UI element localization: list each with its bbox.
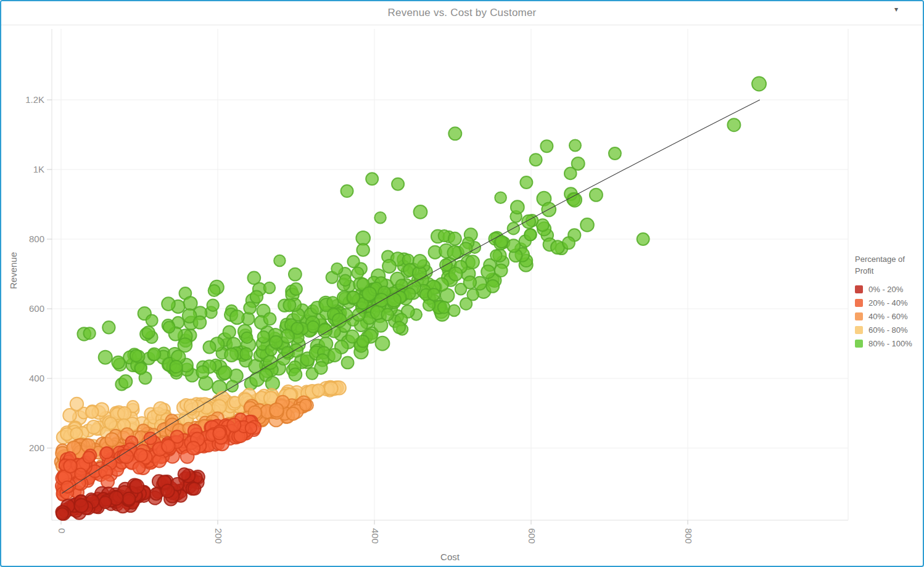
scatter-point[interactable] [366, 173, 378, 185]
scatter-point[interactable] [352, 267, 363, 279]
scatter-point[interactable] [184, 399, 198, 413]
scatter-point[interactable] [382, 259, 396, 273]
scatter-point[interactable] [392, 178, 404, 190]
scatter-point[interactable] [357, 243, 369, 256]
scatter-point[interactable] [332, 313, 347, 327]
scatter-point[interactable] [580, 218, 594, 232]
scatter-point[interactable] [123, 492, 136, 505]
scatter-point[interactable] [213, 427, 225, 439]
scatter-point[interactable] [162, 297, 175, 311]
scatter-point[interactable] [752, 77, 766, 91]
scatter-point[interactable] [567, 193, 582, 207]
scatter-point[interactable] [154, 402, 167, 415]
scatter-point[interactable] [75, 499, 88, 512]
chevron-down-icon[interactable]: ▾ [894, 6, 898, 13]
scatter-point[interactable] [357, 335, 369, 348]
scatter-point[interactable] [244, 302, 256, 314]
scatter-point[interactable] [307, 321, 319, 333]
scatter-point[interactable] [105, 433, 119, 446]
scatter-point[interactable] [101, 447, 112, 459]
scatter-point[interactable] [258, 331, 270, 343]
scatter-point[interactable] [522, 215, 535, 229]
scatter-point[interactable] [374, 212, 386, 224]
scatter-point[interactable] [264, 282, 276, 294]
scatter-point[interactable] [225, 348, 238, 362]
scatter-point[interactable] [312, 384, 324, 396]
scatter-point[interactable] [170, 361, 182, 373]
scatter-point[interactable] [381, 308, 394, 320]
scatter-point[interactable] [218, 366, 232, 380]
scatter-point[interactable] [609, 147, 621, 160]
scatter-point[interactable] [481, 265, 495, 279]
scatter-point[interactable] [274, 255, 285, 266]
scatter-point[interactable] [464, 276, 476, 288]
scatter-point[interactable] [289, 368, 302, 381]
scatter-point[interactable] [347, 256, 359, 267]
scatter-point[interactable] [342, 356, 354, 369]
scatter-point[interactable] [590, 189, 603, 202]
scatter-point[interactable] [194, 316, 207, 329]
scatter-point[interactable] [290, 283, 302, 295]
scatter-point[interactable] [264, 312, 276, 325]
scatter-point[interactable] [540, 140, 553, 152]
scatter-point[interactable] [347, 292, 360, 304]
scatter-point[interactable] [413, 255, 427, 268]
scatter-point[interactable] [448, 127, 461, 140]
scatter-point[interactable] [161, 484, 175, 498]
scatter-point[interactable] [187, 441, 200, 455]
scatter-point[interactable] [507, 239, 520, 252]
scatter-point[interactable] [291, 322, 303, 334]
scatter-point[interactable] [520, 176, 532, 189]
scatter-point[interactable] [331, 263, 342, 274]
scatter-point[interactable] [427, 288, 440, 301]
scatter-point[interactable] [208, 285, 220, 296]
legend-item[interactable]: 80% - 100% [855, 337, 923, 350]
scatter-point[interactable] [70, 398, 83, 410]
scatter-point[interactable] [130, 479, 144, 494]
legend-item[interactable]: 0% - 20% [855, 282, 923, 296]
scatter-point[interactable] [146, 314, 158, 326]
scatter-point[interactable] [134, 449, 147, 462]
scatter-point[interactable] [188, 483, 200, 495]
scatter-point[interactable] [289, 268, 302, 281]
scatter-point[interactable] [524, 229, 536, 240]
scatter-point[interactable] [84, 327, 96, 339]
scatter-point[interactable] [105, 417, 117, 430]
scatter-point[interactable] [133, 462, 145, 474]
scatter-point[interactable] [466, 255, 479, 269]
scatter-point[interactable] [328, 348, 342, 362]
scatter-point[interactable] [86, 406, 99, 418]
scatter-point[interactable] [207, 300, 218, 311]
scatter-point[interactable] [99, 496, 112, 508]
scatter-point[interactable] [119, 375, 132, 388]
scatter-point[interactable] [315, 362, 328, 375]
scatter-point[interactable] [352, 309, 365, 321]
legend-item[interactable]: 20% - 40% [855, 296, 923, 309]
scatter-point[interactable] [245, 422, 257, 434]
scatter-point[interactable] [727, 118, 740, 131]
scatter-point[interactable] [300, 399, 311, 411]
scatter-point[interactable] [414, 205, 427, 219]
scatter-point[interactable] [247, 272, 260, 285]
scatter-point[interactable] [162, 439, 175, 452]
scatter-point[interactable] [70, 428, 82, 439]
scatter-point[interactable] [449, 267, 463, 280]
scatter-point[interactable] [142, 326, 154, 338]
scatter-point[interactable] [572, 157, 585, 170]
scatter-point[interactable] [226, 380, 238, 392]
scatter-point[interactable] [324, 381, 338, 395]
scatter-point[interactable] [112, 356, 125, 369]
scatter-point[interactable] [130, 349, 142, 362]
scatter-point[interactable] [637, 233, 650, 245]
scatter-point[interactable] [223, 325, 236, 338]
scatter-point[interactable] [203, 341, 215, 353]
scatter-point[interactable] [56, 508, 68, 520]
scatter-point[interactable] [83, 451, 94, 463]
scatter-point[interactable] [356, 231, 370, 245]
scatter-point[interactable] [495, 192, 506, 203]
scatter-point[interactable] [227, 418, 241, 432]
scatter-point[interactable] [448, 305, 460, 317]
scatter-point[interactable] [270, 403, 284, 417]
scatter-point[interactable] [490, 250, 502, 261]
scatter-point[interactable] [511, 200, 524, 214]
